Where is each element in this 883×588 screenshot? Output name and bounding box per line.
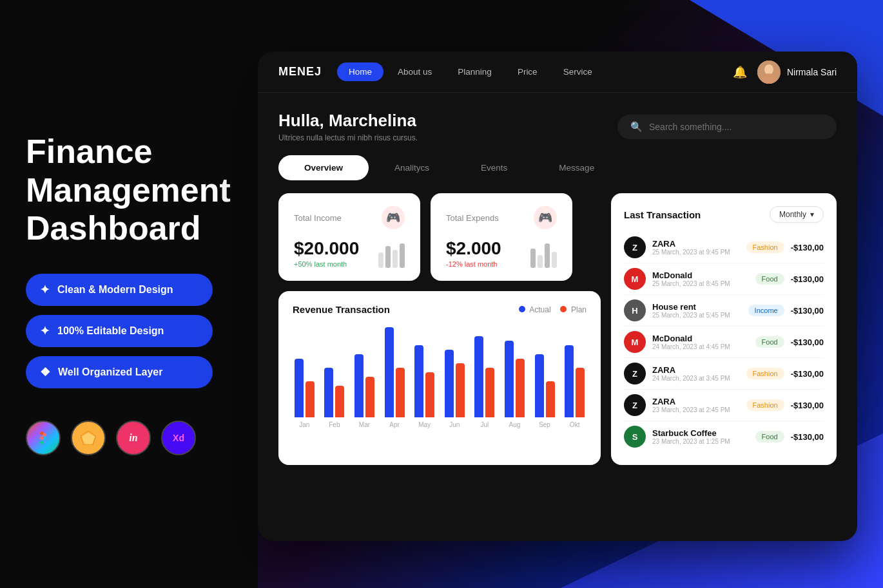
trans-avatar: Z bbox=[624, 363, 646, 384]
left-panel: FinanceManagementDashboard ✦ Clean & Mod… bbox=[0, 0, 251, 588]
bar-group: Jul bbox=[473, 336, 497, 428]
expends-emoji: 🎮 bbox=[534, 206, 557, 229]
figma-icon[interactable] bbox=[26, 421, 61, 455]
invision-icon[interactable]: in bbox=[116, 421, 151, 455]
bar-actual bbox=[535, 354, 544, 417]
revenue-legend: Actual Plan bbox=[519, 305, 587, 314]
trans-avatar: Z bbox=[624, 236, 646, 258]
expends-change: -12% last month bbox=[446, 260, 501, 268]
organized-button[interactable]: ❖ Well Organized Layer bbox=[26, 356, 213, 388]
tab-analytics[interactable]: Analitycs bbox=[369, 155, 455, 180]
bar-group: Okt bbox=[563, 345, 587, 428]
hero-section: Hulla, Marchelina Ultrices nulla lectus … bbox=[258, 93, 857, 155]
plan-dot bbox=[560, 306, 567, 312]
expends-chart bbox=[530, 242, 557, 268]
trans-category: Food bbox=[755, 336, 784, 348]
trans-date: 25 March, 2023 at 5:45 PM bbox=[652, 312, 742, 319]
bar-month-label: Jan bbox=[299, 421, 309, 428]
trans-date: 25 March, 2023 at 8:45 PM bbox=[652, 280, 749, 287]
trans-category: Fashion bbox=[746, 368, 784, 379]
bar-group: Jan bbox=[293, 359, 316, 428]
bar-month-label: May bbox=[418, 421, 431, 428]
clean-modern-label: Clean & Modern Design bbox=[57, 284, 173, 296]
bell-icon[interactable]: 🔔 bbox=[733, 65, 747, 79]
transaction-row: HHouse rent25 March, 2023 at 5:45 PMInco… bbox=[624, 295, 824, 327]
bar-plan bbox=[425, 372, 434, 417]
tab-overview[interactable]: Overview bbox=[278, 155, 369, 180]
trans-info: ZARA23 March, 2023 at 2:45 PM bbox=[652, 397, 740, 413]
bar-month-label: Aug bbox=[509, 421, 521, 428]
trans-name: ZARA bbox=[652, 365, 740, 375]
trans-amount: -$130,00 bbox=[791, 274, 824, 284]
svg-point-4 bbox=[764, 64, 773, 75]
nav-item-home[interactable]: Home bbox=[337, 62, 383, 81]
search-input[interactable] bbox=[649, 122, 824, 132]
trans-avatar: Z bbox=[624, 394, 646, 416]
bar-group: Aug bbox=[503, 341, 527, 428]
trans-date: 24 March, 2023 at 3:45 PM bbox=[652, 375, 740, 382]
monthly-chevron: ▾ bbox=[810, 210, 814, 219]
legend-actual: Actual bbox=[519, 305, 551, 314]
bar-plan bbox=[546, 381, 555, 417]
actual-dot bbox=[519, 306, 525, 312]
expends-label-row: Total Expends 🎮 bbox=[446, 206, 557, 229]
bar-plan bbox=[485, 368, 494, 417]
nav-right: 🔔 Nirmala Sari bbox=[733, 61, 837, 84]
bar-month-label: Jun bbox=[449, 421, 460, 428]
nav-item-service[interactable]: Service bbox=[552, 62, 604, 81]
trans-name: ZARA bbox=[652, 397, 740, 406]
tab-message[interactable]: Message bbox=[533, 155, 620, 180]
bar-actual bbox=[474, 336, 483, 417]
nav-item-about[interactable]: About us bbox=[386, 62, 443, 81]
monthly-button[interactable]: Monthly ▾ bbox=[770, 206, 824, 223]
trans-category: Income bbox=[748, 305, 784, 316]
trans-avatar: S bbox=[624, 426, 646, 448]
transaction-row: MMcDonald25 March, 2023 at 8:45 PMFood-$… bbox=[624, 263, 824, 295]
trans-info: ZARA24 March, 2023 at 3:45 PM bbox=[652, 365, 740, 382]
income-change: +50% last month bbox=[294, 260, 359, 268]
xd-icon[interactable]: Xd bbox=[161, 421, 196, 455]
nav-avatar-area: Nirmala Sari bbox=[757, 61, 837, 84]
bar-pair bbox=[474, 336, 494, 417]
bar-group: Mar bbox=[353, 354, 376, 428]
trans-amount: -$130,00 bbox=[791, 369, 824, 379]
trans-info: House rent25 March, 2023 at 5:45 PM bbox=[652, 302, 742, 319]
search-bar[interactable]: 🔍 bbox=[617, 115, 837, 139]
tab-events[interactable]: Events bbox=[455, 155, 533, 180]
trans-name: Starbuck Coffee bbox=[652, 428, 749, 438]
trans-amount: -$130,00 bbox=[791, 243, 824, 252]
transaction-row: ZZARA25 March, 2023 at 9:45 PMFashion-$1… bbox=[624, 232, 824, 263]
editable-button[interactable]: ✦ 100% Editable Design bbox=[26, 315, 213, 347]
hero-text: Hulla, Marchelina Ultrices nulla lectus … bbox=[278, 111, 418, 142]
trans-amount: -$130,00 bbox=[791, 432, 824, 442]
editable-icon: ✦ bbox=[40, 324, 50, 338]
trans-date: 25 March, 2023 at 9:45 PM bbox=[652, 249, 740, 256]
trans-name: McDonald bbox=[652, 270, 749, 280]
bar-actual bbox=[295, 359, 304, 417]
nav-item-price[interactable]: Price bbox=[506, 62, 549, 81]
income-label-row: Total Income 🎮 bbox=[294, 206, 405, 229]
sketch-icon[interactable] bbox=[71, 421, 106, 455]
bar-month-label: Jul bbox=[480, 421, 489, 428]
clean-modern-icon: ✦ bbox=[40, 283, 50, 297]
trans-name: House rent bbox=[652, 302, 742, 312]
trans-avatar: H bbox=[624, 299, 646, 321]
trans-category: Food bbox=[755, 431, 784, 442]
total-expends-card: Total Expends 🎮 $2.000 -12% last month bbox=[431, 193, 572, 281]
trans-info: McDonald25 March, 2023 at 8:45 PM bbox=[652, 270, 749, 287]
nav-items: Home About us Planning Price Service bbox=[337, 62, 733, 81]
bar-pair bbox=[535, 354, 555, 417]
income-emoji: 🎮 bbox=[382, 206, 405, 229]
organized-label: Well Organized Layer bbox=[58, 366, 162, 378]
trans-amount: -$130,00 bbox=[791, 401, 824, 410]
hero-subtitle: Ultrices nulla lectus mi nibh risus curs… bbox=[278, 133, 418, 142]
trans-amount: -$130,00 bbox=[791, 337, 824, 347]
bar-plan bbox=[335, 386, 344, 417]
revenue-title: Revenue Transaction bbox=[293, 304, 390, 315]
transaction-card: Last Transaction Monthly ▾ ZZARA25 March… bbox=[611, 193, 837, 465]
nav-item-planning[interactable]: Planning bbox=[446, 62, 503, 81]
transaction-row: MMcDonald24 March, 2023 at 4:45 PMFood-$… bbox=[624, 327, 824, 358]
clean-modern-button[interactable]: ✦ Clean & Modern Design bbox=[26, 274, 213, 306]
total-income-card: Total Income 🎮 $20.000 +50% last month bbox=[278, 193, 420, 281]
bar-plan bbox=[576, 368, 585, 417]
